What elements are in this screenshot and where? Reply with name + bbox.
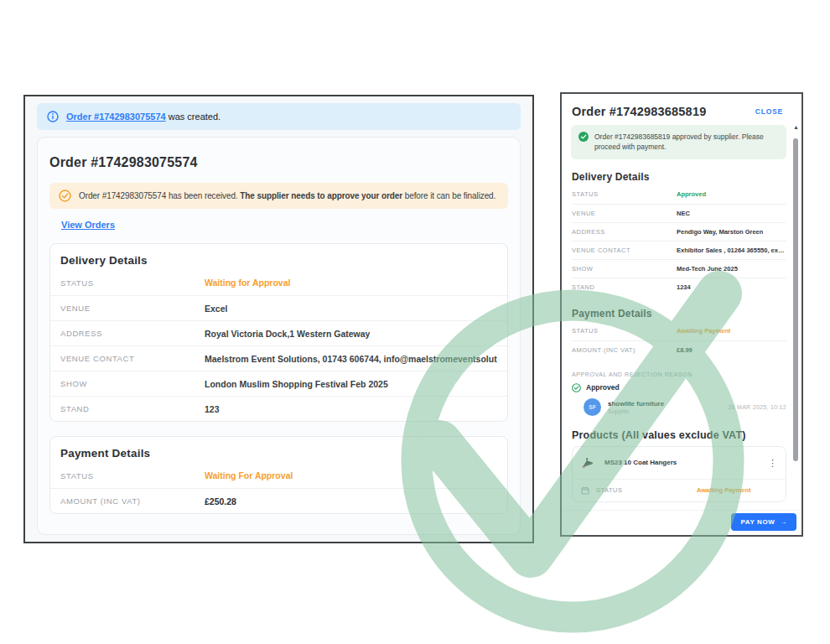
product-card: MS23 10 Coat Hangers ⋮ STATUS Awaiting P… — [572, 446, 786, 502]
panel-footer: PAY NOW → — [562, 510, 801, 535]
product-status-label: STATUS — [596, 486, 622, 494]
view-orders-link[interactable]: View Orders — [61, 220, 115, 230]
avatar: SF — [584, 398, 601, 416]
delivery-row-status: STATUS Waiting for Approval — [50, 270, 507, 295]
panel-title: Order #1742983685819 — [572, 105, 706, 118]
payment-row-status: STATUS Awaiting Payment — [572, 322, 786, 340]
delivery-row-venue: VENUE NEC — [572, 204, 786, 222]
supplier-role: Supplier — [608, 408, 664, 414]
panel-header: Order #1742983685819 CLOSE — [562, 94, 801, 123]
delivery-row-stand: STAND 123 — [50, 396, 507, 421]
product-status-row: STATUS Awaiting Payment — [573, 479, 786, 501]
payment-amount-value: £8.99 — [677, 346, 693, 354]
approval-section: APPROVAL AND REJECTION REASON Approved S… — [572, 371, 786, 416]
order-detail-panel: Order #1742983685819 CLOSE Order #174298… — [560, 92, 803, 537]
success-banner-text: Order #1742983685819 approved by supplie… — [594, 132, 779, 153]
info-icon — [47, 111, 59, 122]
delivery-row-venue: VENUE Excel — [50, 295, 507, 320]
supplier-meta: showlite furniture Supplier — [608, 400, 664, 414]
kebab-menu-icon[interactable]: ⋮ — [768, 459, 777, 467]
payment-row-status: STATUS Waiting For Approval — [50, 463, 507, 488]
approval-status-row: Approved — [572, 383, 786, 392]
check-circle-filled-icon — [578, 132, 589, 142]
payment-row-amount: AMOUNT (INC VAT) £250.28 — [50, 488, 507, 513]
info-banner: Order #1742983075574 was created. — [37, 103, 521, 130]
delivery-row-address: ADDRESS Royal Victoria Dock,1 Western Ga… — [50, 320, 507, 345]
approval-section-label: APPROVAL AND REJECTION REASON — [572, 371, 786, 377]
products-title: Products (All values exclude VAT) — [572, 429, 791, 441]
payment-rows: STATUS Awaiting Payment AMOUNT (INC VAT)… — [572, 322, 786, 359]
arrow-right-icon: → — [780, 518, 787, 526]
scrollbar[interactable]: ▲ — [792, 124, 800, 510]
delivery-details-card: Delivery Details STATUS Waiting for Appr… — [49, 243, 508, 422]
order-link[interactable]: Order #1742983075574 — [66, 112, 166, 122]
delivery-row-status: STATUS Approved — [572, 185, 786, 204]
delivery-rows: STATUS Approved VENUE NEC ADDRESS Pendig… — [572, 185, 786, 296]
payment-status-value: Waiting For Approval — [205, 470, 293, 480]
payment-status-value: Awaiting Payment — [677, 327, 730, 335]
approval-status-text: Approved — [586, 383, 620, 392]
delivery-status-value: Approved — [677, 190, 706, 198]
scrollbar-thumb[interactable] — [793, 138, 798, 461]
check-circle-outline-icon — [572, 383, 581, 392]
supplier-name: showlite furniture — [608, 400, 664, 408]
delivery-row-venue-contact: VENUE CONTACT Exhibitor Sales , 01264 36… — [572, 241, 786, 259]
product-name: MS23 10 Coat Hangers — [604, 459, 677, 466]
payment-details-title: Payment Details — [572, 308, 791, 319]
close-button[interactable]: CLOSE — [755, 107, 783, 116]
delivery-row-show: SHOW London Muslim Shopping Festival Feb… — [50, 371, 507, 396]
payment-details-title: Payment Details — [50, 437, 507, 463]
order-card: Order #1742983075574 Order #174298307557… — [37, 137, 521, 535]
info-banner-text: Order #1742983075574 was created. — [66, 112, 220, 122]
check-circle-icon — [59, 190, 71, 202]
delivery-row-show: SHOW Med-Tech June 2025 — [572, 259, 786, 278]
scroll-up-arrow-icon[interactable]: ▲ — [792, 124, 800, 130]
delivery-row-stand: STAND 1234 — [572, 278, 786, 296]
delivery-details-title: Delivery Details — [572, 171, 791, 183]
delivery-details-title: Delivery Details — [50, 244, 507, 270]
page-title: Order #1742983075574 — [49, 155, 508, 170]
payment-details-card: Payment Details STATUS Waiting For Appro… — [49, 436, 508, 514]
delivery-status-value: Waiting for Approval — [205, 278, 290, 288]
approval-notice-banner: Order #1742983075574 has been received. … — [49, 183, 508, 209]
delivery-row-address: ADDRESS Pendigo Way, Marston Green — [572, 222, 786, 241]
calendar-icon — [581, 486, 589, 495]
payment-amount-value: £250.28 — [205, 496, 236, 506]
success-banner: Order #1742983685819 approved by supplie… — [571, 125, 786, 159]
delivery-row-venue-contact: VENUE CONTACT Maelstrom Event Solutions,… — [50, 345, 507, 371]
coat-hanger-thumbnail-icon — [581, 456, 594, 470]
supplier-row: SF showlite furniture Supplier 26 MAR 20… — [584, 398, 786, 416]
product-header-row: MS23 10 Coat Hangers ⋮ — [573, 447, 786, 479]
pay-now-button[interactable]: PAY NOW → — [731, 513, 796, 531]
payment-row-amount: AMOUNT (INC VAT) £8.99 — [572, 340, 786, 359]
approval-timestamp: 26 MAR 2025, 10:12 — [728, 404, 786, 410]
product-status-value: Awaiting Payment — [697, 486, 750, 494]
info-banner-suffix: was created. — [166, 112, 220, 122]
order-created-panel: Order #1742983075574 was created. Order … — [23, 95, 534, 543]
approval-notice-text: Order #1742983075574 has been received. … — [79, 191, 495, 200]
